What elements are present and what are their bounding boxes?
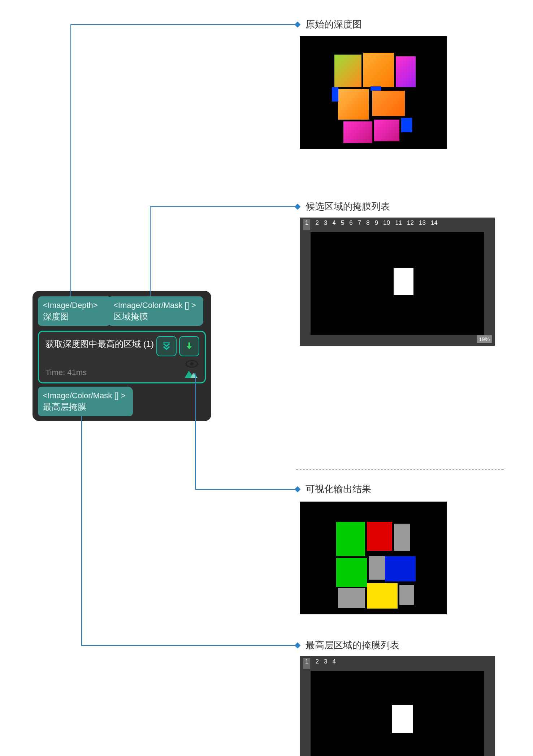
- depth-block: [338, 89, 369, 120]
- connector: [81, 645, 295, 646]
- bullet-diamond: [295, 204, 301, 210]
- depth-block: [343, 121, 372, 143]
- mask-tab[interactable]: 11: [395, 219, 402, 230]
- label-viz: 可视化输出结果: [306, 483, 371, 495]
- expand-button[interactable]: [156, 336, 177, 356]
- depth-block: [374, 120, 399, 141]
- zoom-badge: 19%: [477, 335, 492, 343]
- viz-block: [369, 556, 385, 580]
- mask-canvas: [311, 671, 484, 756]
- mask-tab[interactable]: 12: [407, 219, 414, 230]
- mask-tab[interactable]: 14: [431, 219, 438, 230]
- mask-tab[interactable]: 9: [375, 219, 378, 230]
- preview-depth: [300, 36, 447, 149]
- mask-tab[interactable]: 7: [358, 219, 361, 230]
- connector: [150, 206, 295, 207]
- mask-tab[interactable]: 3: [324, 658, 327, 669]
- port-type: <Image/Color/Mask [] >: [43, 390, 128, 401]
- svg-rect-0: [163, 343, 170, 343]
- svg-point-2: [190, 362, 194, 366]
- mask-tab[interactable]: 1: [303, 658, 310, 669]
- process-node[interactable]: <Image/Depth> 深度图 <Image/Color/Mask [] >…: [32, 291, 211, 421]
- depth-block: [401, 118, 412, 132]
- connector: [70, 24, 295, 25]
- viz-block: [336, 522, 365, 556]
- viz-block: [394, 524, 410, 551]
- depth-block: [396, 56, 416, 87]
- viz-block: [336, 558, 367, 587]
- mask-tab[interactable]: 2: [315, 219, 318, 230]
- mask-tabs[interactable]: 1234567891011121314: [300, 218, 495, 232]
- port-name: 区域掩膜: [113, 311, 198, 322]
- depth-block: [363, 53, 394, 87]
- mask-blob: [392, 705, 413, 733]
- node-body: 获取深度图中最高的区域 (1) Time: 41ms: [38, 331, 206, 383]
- node-time: Time: 41ms: [46, 368, 87, 377]
- mask-tab[interactable]: 8: [366, 219, 369, 230]
- chevron-double-down-icon: [161, 341, 172, 351]
- bullet-diamond: [295, 486, 301, 493]
- eye-icon[interactable]: [185, 360, 198, 368]
- mask-tab[interactable]: 4: [332, 219, 335, 230]
- label-top: 最高层区域的掩膜列表: [306, 639, 399, 652]
- port-name: 深度图: [43, 311, 106, 322]
- preview-top-mask: 1234 19%: [300, 656, 495, 756]
- image-icon[interactable]: [184, 368, 198, 379]
- depth-block: [332, 87, 338, 102]
- node-title: 获取深度图中最高的区域 (1): [46, 338, 154, 350]
- viz-block: [367, 583, 398, 609]
- input-port-mask[interactable]: <Image/Color/Mask [] > 区域掩膜: [108, 296, 203, 326]
- label-depth: 原始的深度图: [306, 18, 362, 31]
- mask-tab[interactable]: 3: [324, 219, 327, 230]
- port-type: <Image/Depth>: [43, 300, 106, 311]
- port-type: <Image/Color/Mask [] >: [113, 300, 198, 311]
- connector: [195, 489, 295, 490]
- preview-viz: [300, 502, 447, 614]
- mask-tab[interactable]: 6: [349, 219, 352, 230]
- mask-tabs[interactable]: 1234: [300, 656, 495, 671]
- download-arrow-icon: [184, 341, 194, 351]
- mask-tab[interactable]: 1: [303, 219, 310, 230]
- bullet-diamond: [295, 22, 301, 28]
- connector: [150, 206, 151, 296]
- mask-tab[interactable]: 10: [383, 219, 390, 230]
- mask-tab[interactable]: 4: [332, 658, 335, 669]
- port-name: 最高层掩膜: [43, 401, 128, 413]
- separator: [296, 469, 504, 470]
- output-port-top-mask[interactable]: <Image/Color/Mask [] > 最高层掩膜: [38, 387, 133, 416]
- mask-canvas: [311, 232, 484, 335]
- depth-block: [372, 91, 405, 116]
- input-port-depth[interactable]: <Image/Depth> 深度图: [38, 296, 111, 326]
- viz-block: [399, 585, 414, 605]
- connector: [81, 416, 82, 645]
- depth-block: [334, 55, 361, 87]
- viz-block: [338, 588, 365, 608]
- mask-blob: [394, 268, 413, 295]
- bullet-diamond: [295, 643, 301, 649]
- depth-block: [370, 86, 381, 91]
- connector: [195, 373, 196, 489]
- run-button[interactable]: [179, 336, 199, 356]
- connector: [70, 24, 71, 296]
- viz-block: [367, 522, 392, 551]
- mask-tab[interactable]: 13: [419, 219, 426, 230]
- mask-tab[interactable]: 2: [315, 658, 318, 669]
- preview-candidate-mask: 1234567891011121314 19%: [300, 218, 495, 346]
- mask-tab[interactable]: 5: [341, 219, 344, 230]
- viz-block: [385, 556, 416, 581]
- label-candidate: 候选区域的掩膜列表: [306, 200, 390, 213]
